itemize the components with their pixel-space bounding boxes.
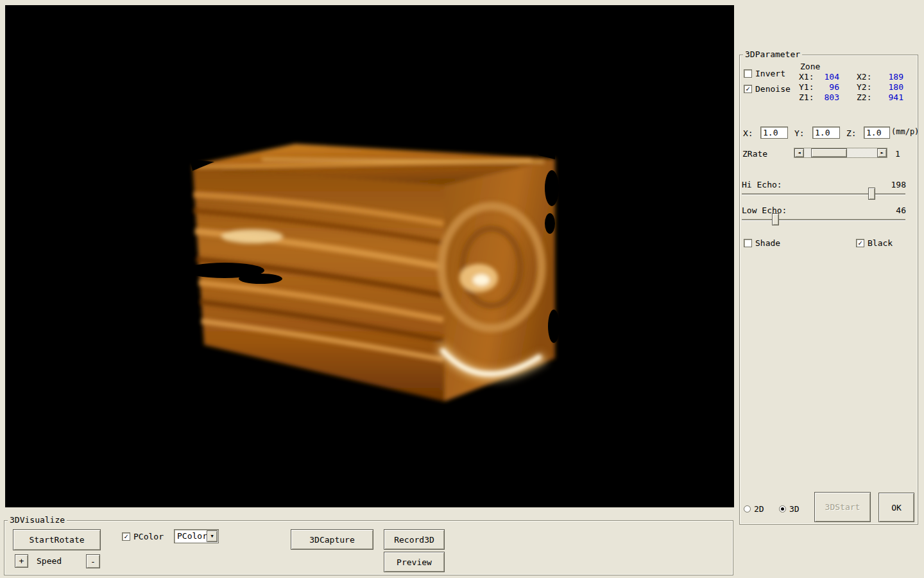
app-window: 3DParameter Invert ✓ Denoise Zone X1: 10…: [0, 0, 924, 578]
radio-dot: [781, 507, 784, 511]
speed-plus-button-label: +: [19, 556, 24, 566]
zone-z2-value: 941: [874, 92, 903, 102]
zone-z1-value: 803: [816, 92, 839, 102]
zone-y2-label: Y2:: [857, 82, 874, 92]
zrate-value: 1: [895, 149, 900, 159]
pcolor-row[interactable]: ✓ PColor: [122, 532, 164, 541]
shade-label: Shade: [755, 238, 780, 248]
visualize-panel: 3DVisualize StartRotate ✓ PColor PColor …: [4, 520, 733, 575]
invert-row[interactable]: Invert: [744, 69, 785, 78]
z-scale-input[interactable]: [864, 127, 890, 139]
low-echo-slider[interactable]: [742, 213, 905, 227]
capture-3d-button-label: 3DCapture: [309, 535, 354, 545]
chevron-down-icon: ▼: [210, 534, 213, 539]
pcolor-dropdown[interactable]: PColor ▼: [174, 529, 219, 543]
hi-echo-slider-thumb[interactable]: [868, 188, 875, 200]
speed-plus-button[interactable]: +: [15, 554, 28, 568]
preview-button-label: Preview: [397, 557, 432, 567]
zone-x1-value: 104: [816, 72, 839, 82]
pcolor-label: PColor: [133, 532, 164, 541]
hi-echo-slider[interactable]: [742, 187, 905, 201]
zone-y2-value: 180: [874, 82, 903, 92]
denoise-label: Denoise: [755, 84, 791, 94]
check-icon: ✓: [746, 85, 750, 92]
y-scale-input[interactable]: [812, 127, 840, 139]
pcolor-checkbox[interactable]: ✓: [122, 532, 130, 541]
mode-2d-radio[interactable]: [744, 505, 751, 512]
record-3d-button[interactable]: Record3D: [384, 529, 445, 550]
x-scale-input[interactable]: [760, 127, 788, 139]
invert-label: Invert: [755, 69, 785, 78]
zrate-scrollbar-thumb[interactable]: [811, 148, 847, 157]
check-icon: ✓: [124, 533, 128, 540]
y-scale-label: Y:: [794, 128, 805, 138]
check-icon: ✓: [858, 240, 862, 247]
scale-unit-label: (mm/p): [891, 127, 919, 136]
invert-checkbox[interactable]: [744, 69, 752, 78]
zone-x2-value: 189: [874, 72, 903, 82]
ok-button-label: OK: [891, 503, 902, 512]
zrate-scroll-right-button[interactable]: ►: [877, 148, 887, 157]
zone-row-z: Z1: 803 Z2: 941: [799, 92, 903, 102]
preview-button[interactable]: Preview: [384, 552, 445, 572]
speed-label: Speed: [37, 556, 62, 566]
x-scale-label: X:: [743, 128, 753, 138]
z-scale-label: Z:: [846, 128, 857, 138]
zone-x2-label: X2:: [857, 72, 874, 82]
zrate-label: ZRate: [742, 149, 767, 159]
zone-row-y: Y1: 96 Y2: 180: [799, 82, 903, 92]
start-rotate-button-label: StartRotate: [29, 535, 84, 545]
arrow-right-icon: ►: [880, 150, 883, 155]
capture-3d-button[interactable]: 3DCapture: [291, 529, 373, 550]
speed-minus-button[interactable]: -: [86, 554, 100, 568]
volume-render-image: [185, 134, 570, 416]
ok-button[interactable]: OK: [878, 493, 914, 522]
viewport-3d[interactable]: [5, 5, 734, 507]
record-3d-button-label: Record3D: [394, 535, 434, 545]
zone-group: Zone X1: 104 X2: 189 Y1: 96 Y2: 180 Z1: …: [799, 62, 903, 102]
mode-2d-label: 2D: [754, 504, 764, 514]
shade-checkbox[interactable]: [744, 239, 752, 247]
zone-row-x: X1: 104 X2: 189: [799, 71, 903, 82]
speed-minus-button-label: -: [90, 557, 96, 566]
pcolor-dropdown-value: PColor: [177, 531, 207, 541]
parameter-panel-title: 3DParameter: [743, 49, 802, 60]
black-row[interactable]: ✓ Black: [856, 238, 893, 248]
visualize-panel-title: 3DVisualize: [8, 515, 67, 525]
mode-3d-row[interactable]: 3D: [779, 504, 800, 514]
mode-3d-radio[interactable]: [779, 505, 786, 512]
zone-z2-label: Z2:: [857, 92, 874, 102]
arrow-left-icon: ◄: [798, 150, 800, 155]
parameter-panel: 3DParameter Invert ✓ Denoise Zone X1: 10…: [739, 55, 918, 525]
denoise-row[interactable]: ✓ Denoise: [744, 84, 791, 94]
denoise-checkbox[interactable]: ✓: [744, 85, 752, 93]
zone-x1-label: X1:: [799, 72, 816, 82]
zone-y1-label: Y1:: [799, 82, 816, 92]
pcolor-dropdown-button[interactable]: ▼: [207, 530, 218, 542]
start3d-button[interactable]: 3DStart: [814, 492, 871, 522]
zrate-scroll-left-button[interactable]: ◄: [794, 148, 804, 157]
zone-z1-label: Z1:: [799, 92, 816, 102]
zrate-scrollbar[interactable]: ◄ ►: [794, 148, 887, 158]
black-checkbox[interactable]: ✓: [856, 239, 864, 247]
zone-y1-value: 96: [816, 82, 839, 92]
low-echo-slider-thumb[interactable]: [772, 213, 779, 225]
start-rotate-button[interactable]: StartRotate: [13, 529, 101, 550]
shade-row[interactable]: Shade: [744, 238, 780, 248]
mode-2d-row[interactable]: 2D: [744, 504, 764, 514]
start3d-button-label: 3DStart: [825, 502, 860, 512]
low-echo-slider-track: [742, 219, 905, 221]
black-label: Black: [868, 238, 893, 248]
mode-3d-label: 3D: [789, 504, 800, 514]
hi-echo-slider-track: [742, 193, 905, 195]
zone-title: Zone: [800, 62, 903, 71]
